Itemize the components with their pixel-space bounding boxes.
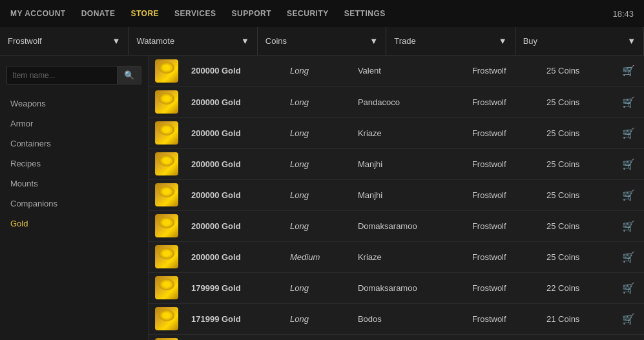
item-icon xyxy=(155,183,178,206)
item-price: 25 Coins xyxy=(540,148,613,179)
item-seller: Bodos xyxy=(351,303,466,334)
item-duration: Medium xyxy=(284,241,351,272)
item-seller: Domaksaramoo xyxy=(351,272,466,303)
item-seller: Pandacoco xyxy=(351,86,466,117)
search-input[interactable] xyxy=(7,67,117,84)
item-realm: Frostwolf xyxy=(466,86,540,117)
item-realm: Frostwolf xyxy=(466,148,540,179)
item-price: 22 Coins xyxy=(540,272,613,303)
item-seller: Domaksaramoo xyxy=(351,210,466,241)
item-realm: Frostwolf xyxy=(466,117,540,148)
item-price: 25 Coins xyxy=(540,117,613,148)
item-realm: Frostwolf xyxy=(466,334,540,340)
item-name: 200000 Gold xyxy=(185,148,284,179)
filter-coins[interactable]: Coins▼ xyxy=(258,27,386,55)
content-area: 200000 Gold Long Valent Frostwolf 25 Coi… xyxy=(149,55,644,340)
sidebar-item-mounts[interactable]: Mounts xyxy=(0,174,148,194)
nav-link-services[interactable]: SERVICES xyxy=(174,9,216,18)
item-duration: Long xyxy=(284,179,351,210)
sidebar-item-armor[interactable]: Armor xyxy=(0,114,148,134)
sidebar-item-weapons[interactable]: Weapons xyxy=(0,94,148,114)
item-seller: Kriaze xyxy=(351,117,466,148)
item-icon xyxy=(155,90,178,114)
sidebar-items: WeaponsArmorContainersRecipesMountsCompa… xyxy=(0,94,148,234)
search-button[interactable]: 🔍 xyxy=(117,66,141,84)
add-to-cart-button[interactable]: 🛒 xyxy=(622,97,635,108)
add-to-cart-button[interactable]: 🛒 xyxy=(622,159,635,170)
item-price: 25 Coins xyxy=(540,241,613,272)
sidebar-item-companions[interactable]: Companions xyxy=(0,194,148,214)
table-row: 200000 Gold Long Manjhi Frostwolf 25 Coi… xyxy=(149,148,644,179)
item-name: 200000 Gold xyxy=(185,241,284,272)
sidebar-item-containers[interactable]: Containers xyxy=(0,134,148,154)
table-row: 200000 Gold Long Domaksaramoo Frostwolf … xyxy=(149,210,644,241)
search-box: 🔍 xyxy=(6,66,141,85)
item-name: 171999 Gold xyxy=(185,334,284,340)
add-to-cart-button[interactable]: 🛒 xyxy=(622,252,635,263)
item-duration: Long xyxy=(284,86,351,117)
item-name: 200000 Gold xyxy=(185,86,284,117)
filter-buy[interactable]: Buy▼ xyxy=(515,27,644,55)
add-to-cart-button[interactable]: 🛒 xyxy=(622,283,635,294)
table-row: 200000 Gold Long Pandacoco Frostwolf 25 … xyxy=(149,86,644,117)
item-duration: Long xyxy=(284,117,351,148)
table-row: 200000 Gold Long Manjhi Frostwolf 25 Coi… xyxy=(149,179,644,210)
main-layout: 🔍 WeaponsArmorContainersRecipesMountsCom… xyxy=(0,55,644,340)
table-row: 179999 Gold Long Domaksaramoo Frostwolf … xyxy=(149,272,644,303)
table-row: 200000 Gold Medium Kriaze Frostwolf 25 C… xyxy=(149,241,644,272)
item-duration: Long xyxy=(284,148,351,179)
sidebar-item-gold[interactable]: Gold xyxy=(0,214,148,234)
item-duration: Long xyxy=(284,334,351,340)
table-row: 171999 Gold Long Bodos Frostwolf 21 Coin… xyxy=(149,334,644,340)
nav-link-settings[interactable]: SETTINGS xyxy=(344,9,386,18)
add-to-cart-button[interactable]: 🛒 xyxy=(622,128,635,139)
sidebar-item-recipes[interactable]: Recipes xyxy=(0,154,148,174)
item-icon xyxy=(155,121,178,145)
item-price: 25 Coins xyxy=(540,179,613,210)
filter-watamote[interactable]: Watamote▼ xyxy=(129,27,257,55)
add-to-cart-button[interactable]: 🛒 xyxy=(622,190,635,201)
item-seller: Valent xyxy=(351,55,466,86)
item-name: 200000 Gold xyxy=(185,210,284,241)
item-name: 200000 Gold xyxy=(185,55,284,86)
item-icon xyxy=(155,59,178,83)
item-duration: Long xyxy=(284,210,351,241)
item-seller: Kriaze xyxy=(351,241,466,272)
item-icon xyxy=(155,307,178,330)
item-price: 21 Coins xyxy=(540,334,613,340)
nav-link-store[interactable]: STORE xyxy=(130,9,159,18)
nav-link-my-account[interactable]: MY ACCOUNT xyxy=(10,9,66,18)
item-table: 200000 Gold Long Valent Frostwolf 25 Coi… xyxy=(149,55,644,340)
top-nav: MY ACCOUNTDONATESTORESERVICESSUPPORTSECU… xyxy=(0,0,644,27)
nav-time: 18:43 xyxy=(612,9,634,19)
item-seller: Manjhi xyxy=(351,148,466,179)
add-to-cart-button[interactable]: 🛒 xyxy=(622,221,635,232)
table-row: 171999 Gold Long Bodos Frostwolf 21 Coin… xyxy=(149,303,644,334)
item-duration: Long xyxy=(284,303,351,334)
nav-link-support[interactable]: SUPPORT xyxy=(232,9,272,18)
item-seller: Bodos xyxy=(351,334,466,340)
item-realm: Frostwolf xyxy=(466,55,540,86)
nav-link-donate[interactable]: DONATE xyxy=(81,9,116,18)
item-icon xyxy=(155,214,178,237)
item-realm: Frostwolf xyxy=(466,210,540,241)
item-duration: Long xyxy=(284,272,351,303)
item-name: 200000 Gold xyxy=(185,117,284,148)
item-realm: Frostwolf xyxy=(466,272,540,303)
item-name: 179999 Gold xyxy=(185,272,284,303)
add-to-cart-button[interactable]: 🛒 xyxy=(622,65,635,76)
item-duration: Long xyxy=(284,55,351,86)
item-price: 25 Coins xyxy=(540,55,613,86)
item-icon xyxy=(155,245,178,268)
item-price: 25 Coins xyxy=(540,210,613,241)
table-row: 200000 Gold Long Valent Frostwolf 25 Coi… xyxy=(149,55,644,86)
filter-bar: Frostwolf▼Watamote▼Coins▼Trade▼Buy▼ xyxy=(0,27,644,55)
nav-link-security[interactable]: SECURITY xyxy=(287,9,329,18)
filter-trade[interactable]: Trade▼ xyxy=(386,27,515,55)
item-realm: Frostwolf xyxy=(466,179,540,210)
filter-frostwolf[interactable]: Frostwolf▼ xyxy=(0,27,129,55)
add-to-cart-button[interactable]: 🛒 xyxy=(622,314,635,325)
item-seller: Manjhi xyxy=(351,179,466,210)
item-name: 171999 Gold xyxy=(185,303,284,334)
item-icon xyxy=(155,152,178,175)
